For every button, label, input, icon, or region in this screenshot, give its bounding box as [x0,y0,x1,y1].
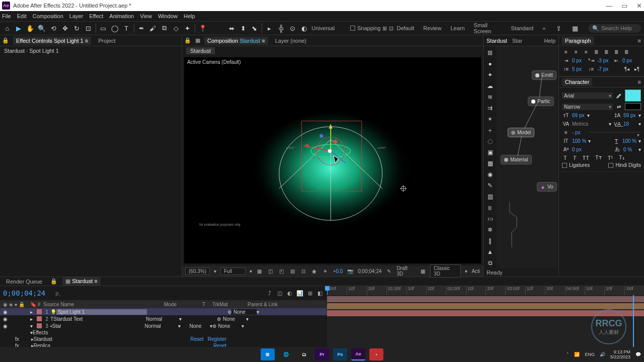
ligatures-checkbox[interactable]: Ligatures [562,162,590,168]
roto-tool[interactable]: ✦ [183,24,192,33]
explorer-icon[interactable]: 🗂 [297,348,311,360]
node-star-icon[interactable]: ✴ [485,115,495,124]
node-flow-icon[interactable]: ⇉ [485,104,495,113]
motion-blur-icon[interactable]: ◐ [286,289,294,297]
zoom-tool[interactable]: 🔍 [38,24,46,33]
orbit-tool[interactable]: ⟲ [49,24,58,33]
lock3-icon[interactable]: 🔒 [50,278,57,285]
superscript-button[interactable]: T¹ [606,155,614,161]
node-sparkle-icon[interactable]: ✦ [485,70,495,79]
track-bar-3[interactable] [327,310,644,316]
transparency-icon[interactable]: ▦ [256,267,263,275]
lock2-icon[interactable]: 🔒 [184,37,191,44]
stroke-style-dropdown[interactable] [589,132,641,133]
ws-overflow-icon[interactable]: » [542,25,545,31]
font-dropdown[interactable]: Arial [562,93,613,99]
node-circle-icon[interactable]: ● [485,59,495,68]
notifications-icon[interactable]: 💬 [635,352,641,357]
playhead[interactable] [327,286,328,295]
clone-tool[interactable]: ⧉ [160,24,169,33]
motion-icon[interactable]: ⊙ [288,24,297,33]
layer-row-3[interactable]: ◉ ▾ 3 ▪ Star Normal▾ None▾ ⊚ None▾ [0,322,327,329]
render-queue-tab[interactable]: Render Queue [3,278,45,286]
panel-menu-icon[interactable]: ≡ [638,38,641,44]
menu-composition[interactable]: Composition [33,13,63,19]
star-tab[interactable]: Star [512,38,522,44]
chevron-down-icon[interactable]: ▾ [638,113,641,118]
node-graph-icon[interactable]: ⫼ [485,203,495,212]
visibility-icon[interactable]: ◉ [3,309,8,315]
text-tool[interactable]: T [122,24,131,33]
effects-twirl[interactable]: ▾ Effects [0,329,327,336]
node-vbar-icon[interactable]: ‖ [485,236,495,245]
pickwhip-icon[interactable]: ⊚ [212,323,216,329]
character-tab[interactable]: Character [562,78,592,86]
graph-icon[interactable]: 📊 [296,289,304,297]
rotate-tool[interactable]: ↻ [72,24,81,33]
node-pencil-icon[interactable]: ✎ [485,181,495,190]
align-center-icon[interactable]: ≡ [572,48,580,55]
node-sphere-icon[interactable]: ◉ [485,170,495,179]
src-col[interactable]: Source Name [43,302,164,307]
channel-icon[interactable]: ◉ [311,267,318,275]
snap-option-icon[interactable]: ⊞ [382,25,387,32]
ws-review[interactable]: Review [423,25,441,31]
rtl-icon[interactable]: ¶◂ [623,65,631,72]
menu-view[interactable]: View [140,13,152,19]
menu-layer[interactable]: Layer [69,13,84,19]
menu-help[interactable]: Help [184,13,195,19]
viewport[interactable]: Active Camera (Default) [184,57,481,263]
hindi-checkbox[interactable]: Hindi Digits [608,162,641,168]
pen-tool[interactable]: ✒ [137,24,146,33]
node-bars-icon[interactable]: ▥ [485,192,495,201]
layer-row-2[interactable]: ◉ ▸ 2 T Stardust Text Normal▾ ⊚ None▾ [0,315,327,322]
axis-local-icon[interactable]: ⬌ [227,24,236,33]
chevron-down-icon[interactable]: ▾ [587,113,590,118]
ws-small[interactable]: Small Screen [474,22,502,34]
menu-animation[interactable]: Animation [109,13,134,19]
track-bar-2[interactable] [327,303,644,309]
aftereffects-icon[interactable]: Ae [351,348,365,360]
home-icon[interactable]: ⌂ [3,24,12,33]
grid-icon[interactable]: ╬ [277,24,285,33]
draft3d-label[interactable]: Draft 3D [396,265,415,277]
snapshot-icon[interactable]: 📷 [347,267,354,275]
node-ring-icon[interactable]: ◌ [485,137,495,146]
align-left-icon[interactable]: ≡ [562,48,570,55]
rect-tool[interactable]: ▭ [99,24,108,33]
subscript-button[interactable]: T₁ [617,154,626,161]
style-dropdown[interactable]: Narrow [562,104,613,110]
layer-color-swatch[interactable] [37,316,42,321]
justify-last-center-icon[interactable]: ≣ [602,48,610,55]
app-icon[interactable]: ▪ [369,348,383,360]
selection-tool[interactable]: ▶ [15,24,23,33]
tray-chevron-icon[interactable]: ˄ [567,352,569,357]
node-up-icon[interactable]: ▲ [485,247,495,256]
parent-col[interactable]: Parent & Link [248,302,324,307]
node-waves-icon[interactable]: ≋ [485,93,495,102]
swap-color-icon[interactable]: ⇄ [615,103,623,110]
paragraph-tab[interactable]: Paragraph [562,37,594,45]
node-grid2-icon[interactable]: ▦ [485,159,495,168]
align-right-icon[interactable]: ≡ [582,48,590,55]
node-cube-icon[interactable]: ▣ [485,148,495,157]
snapping-toggle[interactable]: Snapping ⊞ ⊡ [350,25,394,32]
ws-standard[interactable]: Standard [511,25,534,31]
layout-icon[interactable]: ▦ [572,24,579,33]
comp-breadcrumb[interactable]: Stardust [186,47,215,54]
stroke-color-swatch[interactable] [625,103,641,110]
shy-icon[interactable]: ⤴ [266,289,274,297]
playhead-time[interactable]: 0;00;04;24 [358,268,381,274]
stardust-tab[interactable]: Stardust [487,38,507,44]
premiere-icon[interactable]: Pr [315,348,329,360]
layer-color-swatch[interactable] [37,309,42,314]
res-dropdown[interactable]: Full [220,267,246,275]
play-icon[interactable]: ▸ [265,24,274,33]
renderer-chevron-icon[interactable]: ▾ [465,268,467,274]
help-tab[interactable]: Help [544,38,555,44]
ws-default[interactable]: Default [396,25,414,31]
menu-edit[interactable]: Edit [17,13,27,19]
lock-icon[interactable]: 🔒 [2,37,9,44]
justify-last-right-icon[interactable]: ≣ [612,48,620,55]
menu-file[interactable]: File [2,13,11,19]
